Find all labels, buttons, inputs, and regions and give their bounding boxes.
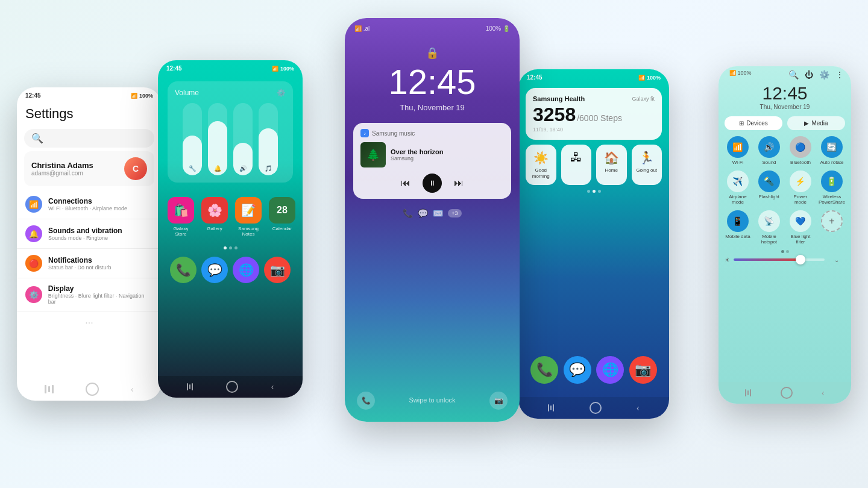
app-gallery[interactable]: 🌸 Gallery: [201, 197, 228, 237]
expand-icon[interactable]: ⌄: [828, 257, 845, 263]
nav-back[interactable]: ‹: [131, 384, 134, 394]
toggle-mobile-data[interactable]: 📱 Mobile data: [725, 210, 751, 245]
play-btn[interactable]: ⏸: [423, 174, 442, 193]
toggle-airplane[interactable]: ✈️ Airplane mode: [725, 170, 751, 205]
toggle-bluetooth[interactable]: 🔵 Bluetooth: [787, 136, 814, 166]
toggle-power-mode[interactable]: ⚡ Power mode: [787, 170, 814, 205]
quick-btn-wifi[interactable]: 🖧: [561, 145, 592, 185]
nav-home[interactable]: [86, 383, 99, 396]
brightness-track[interactable]: [734, 258, 825, 261]
settings-item-display[interactable]: ⚙️ Display Brightness · Blure light filt…: [17, 278, 162, 311]
nav-home-4[interactable]: [590, 402, 602, 414]
camera-app[interactable]: 📷: [264, 257, 291, 283]
nav-home-5[interactable]: [781, 387, 793, 399]
browser-app[interactable]: 🌐: [233, 257, 259, 283]
quick-btn-morning[interactable]: ☀️ Good morning: [526, 145, 556, 185]
phone-settings: 12:45 📶 100% Settings 🔍 Christina Adams …: [17, 87, 162, 401]
nav-back-5[interactable]: ‹: [822, 388, 825, 398]
more-icon[interactable]: ⋮: [835, 70, 844, 80]
camera-btn[interactable]: 📷: [629, 356, 657, 384]
vol-icon-1: 🔧: [189, 165, 196, 172]
search-bar[interactable]: 🔍: [24, 129, 154, 148]
share-toggle-icon: 🔋: [821, 170, 843, 192]
search-panel-icon[interactable]: 🔍: [788, 70, 799, 80]
toggle-hotspot[interactable]: 📡 Mobile hotspot: [756, 210, 782, 245]
lock-camera-btn[interactable]: 📷: [489, 392, 508, 410]
quick-btn-going-out[interactable]: 🏃 Going out: [632, 145, 662, 185]
quick-btn-home[interactable]: 🏠 Home: [596, 145, 627, 185]
vol-icon-2: 🔔: [214, 165, 221, 172]
app-calendar[interactable]: 28 Calendar: [269, 197, 295, 237]
calendar-label: Calendar: [272, 226, 292, 231]
vol-slider-3[interactable]: 🔊: [233, 103, 253, 175]
brightness-thumb[interactable]: [796, 255, 805, 264]
settings-item-connections[interactable]: 📶 Connections Wi Fi · Bluetooth · Airpla…: [17, 190, 162, 219]
next-btn[interactable]: ⏭: [454, 178, 464, 189]
vol-slider-4[interactable]: 🎵: [259, 103, 278, 175]
volume-settings-icon[interactable]: ⚙️: [277, 89, 286, 97]
profile-email: adams@gmail.com: [31, 170, 93, 177]
messages-app[interactable]: 💬: [201, 257, 228, 283]
steps-goal: /6000 Steps: [577, 113, 622, 123]
battery-2: 100%: [280, 66, 294, 72]
nav-back-4[interactable]: ‹: [637, 403, 640, 413]
volume-header: Volume ⚙️: [175, 89, 286, 97]
toggle-blue-light[interactable]: 💙 Blue light filter: [787, 210, 814, 245]
music-app-icon: ♪: [360, 129, 369, 137]
sounds-icon: 🔔: [25, 225, 42, 242]
steps-count: 3258: [533, 105, 576, 124]
calendar-icon: 28: [269, 197, 295, 224]
nav-back-2[interactable]: ‹: [271, 382, 274, 392]
phone-app[interactable]: 📞: [170, 257, 197, 283]
nav-recents-2[interactable]: [187, 383, 193, 390]
nav-recents-4[interactable]: [548, 404, 554, 411]
health-card: Samsung Health Galaxy fit 3258 /6000 Ste…: [526, 88, 662, 140]
bluelight-toggle-icon: 💙: [790, 210, 811, 232]
nav-recents[interactable]: [45, 385, 54, 393]
phone-btn[interactable]: 📞: [530, 356, 558, 384]
prev-btn[interactable]: ⏮: [401, 178, 410, 189]
toggle-sound[interactable]: 🔊 Sound: [756, 136, 782, 166]
settings-item-notifications[interactable]: 🔴 Notifications Status bar · Do not dist…: [17, 249, 162, 278]
toggle-wifi[interactable]: 📶 Wi-Fi: [725, 136, 751, 166]
display-sub: Brightness · Blure light filter · Naviga…: [48, 293, 153, 305]
toggle-add[interactable]: +: [819, 210, 845, 245]
home-bottom-apps: 📞 💬 🌐 📷: [518, 351, 669, 389]
album-art: 🌲: [360, 142, 386, 167]
settings-panel-icon[interactable]: ⚙️: [819, 70, 829, 80]
messages-btn[interactable]: 💬: [564, 356, 591, 384]
sound-toggle-label: Sound: [762, 160, 776, 166]
app-samsung-notes[interactable]: 📝 Samsung Notes: [235, 197, 262, 237]
lock-phone-btn[interactable]: 📞: [357, 392, 375, 410]
rotate-toggle-label: Auto rotate: [820, 160, 843, 166]
nav-home-2[interactable]: [226, 381, 238, 393]
nav-bar-4: ‹: [518, 397, 669, 419]
nav-recents-5[interactable]: [745, 389, 751, 396]
vol-slider-1[interactable]: 🔧: [183, 103, 202, 175]
samsung-notes-icon: 📝: [235, 197, 262, 224]
toggle-rotate[interactable]: 🔄 Auto rotate: [819, 136, 845, 166]
brightness-bar[interactable]: ☀ ⌄: [725, 257, 845, 263]
tab-devices[interactable]: ⊞ Devices: [725, 116, 782, 130]
settings-item-sounds[interactable]: 🔔 Sounds and vibration Sounds mode · Rin…: [17, 219, 162, 249]
power-icon[interactable]: ⏻: [805, 70, 813, 80]
sun-icon: ☀️: [533, 151, 549, 165]
app-galaxy-store[interactable]: 🛍️ Galaxy Store: [168, 197, 194, 237]
toggle-flashlight[interactable]: 🔦 Flashlight: [756, 170, 782, 205]
wifi-device-icon: 🖧: [570, 151, 582, 164]
signal-icon-2: 📶: [272, 66, 278, 72]
browser-btn[interactable]: 🌐: [596, 356, 624, 384]
volume-title: Volume: [175, 89, 199, 97]
apps-grid: 🛍️ Galaxy Store 🌸 Gallery 📝 Samsung Note…: [158, 190, 303, 244]
profile-row[interactable]: Christina Adams adams@gmail.com C: [24, 151, 154, 186]
music-card[interactable]: ♪ Samsung music 🌲 Over the horizon Samsu…: [353, 123, 511, 199]
toggle-wireless-share[interactable]: 🔋 Wireless PowerShare: [819, 170, 845, 205]
signal-5: 📶 100%: [726, 70, 782, 80]
track-info: Over the horizon Samsung: [391, 148, 443, 161]
scene: 12:45 📶 100% Settings 🔍 Christina Adams …: [0, 0, 868, 488]
lock-date: Thu, November 19: [345, 103, 520, 112]
tab-media[interactable]: ▶ Media: [787, 116, 845, 130]
devices-icon: ⊞: [739, 120, 744, 127]
notif-label: Notifications: [48, 256, 112, 264]
vol-slider-2[interactable]: 🔔: [208, 103, 227, 175]
